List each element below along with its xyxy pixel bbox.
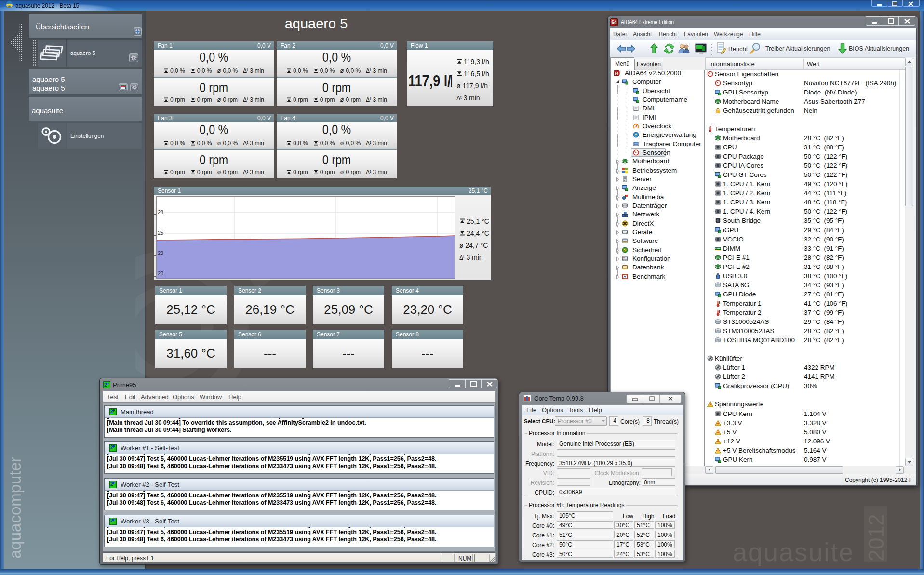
svg-text:1: 1 xyxy=(48,47,51,52)
svg-text:64: 64 xyxy=(615,72,618,75)
